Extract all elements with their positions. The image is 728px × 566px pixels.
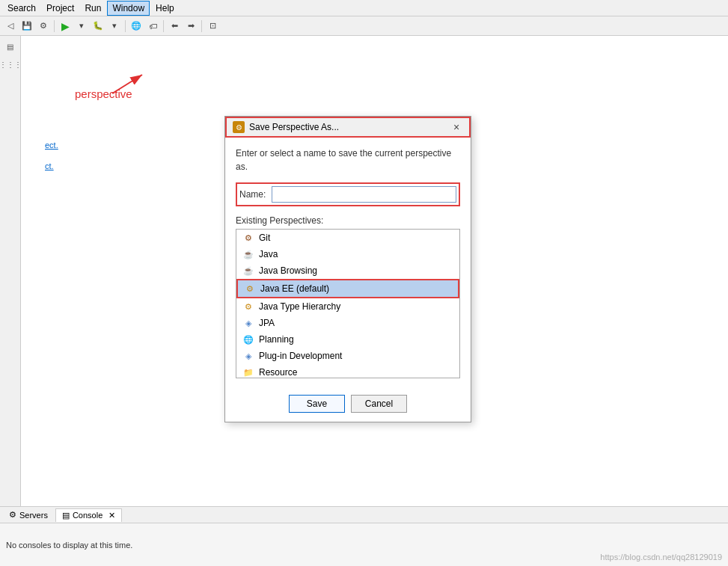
ide-background: Search Project Run Window Help ◁ 💾 ⚙ ▶ ▾… bbox=[0, 0, 728, 566]
perspectives-label: Existing Perspectives: bbox=[236, 215, 460, 226]
side-links: ect. ct. bbox=[45, 141, 58, 170]
toolbar: ◁ 💾 ⚙ ▶ ▾ 🐛 ▾ 🌐 🏷 ⬅ ➡ ⊡ bbox=[0, 16, 728, 36]
list-item-resource[interactable]: 📁Resource bbox=[236, 364, 459, 378]
list-item-label-planning: Planning bbox=[259, 334, 294, 345]
toolbar-nav1[interactable]: ⬅ bbox=[167, 19, 182, 34]
list-item-java[interactable]: ☕Java bbox=[236, 246, 459, 262]
list-item-label-jpa: JPA bbox=[259, 318, 275, 328]
tab-console[interactable]: ▤ Console ✕ bbox=[55, 508, 122, 522]
menu-window[interactable]: Window bbox=[107, 1, 150, 16]
servers-label: Servers bbox=[19, 511, 48, 520]
toolbar-sep3 bbox=[163, 20, 164, 32]
tab-servers[interactable]: ⚙ Servers bbox=[3, 508, 54, 521]
dialog-title: Save Perspective As... bbox=[249, 122, 339, 132]
list-item-icon-java-browsing: ☕ bbox=[242, 265, 254, 277]
save-perspective-dialog: ⚙ Save Perspective As... × Enter or sele… bbox=[224, 116, 471, 422]
toolbar-tag[interactable]: 🏷 bbox=[145, 19, 160, 34]
dialog-description: Enter or select a name to save the curre… bbox=[236, 147, 460, 173]
menu-bar: Search Project Run Window Help bbox=[0, 0, 728, 16]
list-item-label-plugin-dev: Plug-in Development bbox=[259, 351, 342, 361]
toolbar-sep1 bbox=[54, 20, 55, 32]
list-item-label-java-browsing: Java Browsing bbox=[259, 265, 317, 276]
toolbar-back[interactable]: ◁ bbox=[3, 19, 18, 34]
list-item-label-git: Git bbox=[259, 233, 270, 243]
dialog-title-left: ⚙ Save Perspective As... bbox=[233, 121, 339, 133]
list-item-icon-plugin-dev: ◈ bbox=[242, 350, 254, 362]
dialog-buttons: Save Cancel bbox=[225, 387, 471, 422]
list-item-label-java-ee: Java EE (default) bbox=[260, 283, 329, 294]
menu-search[interactable]: Search bbox=[3, 1, 40, 15]
list-item-label-java-type-hierarchy: Java Type Hierarchy bbox=[259, 301, 340, 312]
perspectives-list-container[interactable]: ⚙Git☕Java☕Java Browsing⚙Java EE (default… bbox=[236, 229, 460, 378]
list-item-java-ee[interactable]: ⚙Java EE (default) bbox=[236, 279, 459, 298]
dialog-titlebar: ⚙ Save Perspective As... × bbox=[225, 117, 471, 138]
toolbar-save[interactable]: 💾 bbox=[19, 19, 34, 34]
dialog-icon: ⚙ bbox=[233, 121, 245, 133]
side-panel: ▤ ⋮⋮⋮ bbox=[0, 36, 21, 506]
save-button[interactable]: Save bbox=[289, 395, 345, 413]
cancel-button[interactable]: Cancel bbox=[351, 395, 407, 413]
list-item-label-resource: Resource bbox=[259, 367, 297, 378]
menu-help[interactable]: Help bbox=[151, 1, 179, 15]
side-link-2[interactable]: ct. bbox=[45, 162, 58, 170]
perspectives-list: ⚙Git☕Java☕Java Browsing⚙Java EE (default… bbox=[236, 230, 459, 378]
list-item-plugin-dev[interactable]: ◈Plug-in Development bbox=[236, 348, 459, 364]
list-item-icon-planning: 🌐 bbox=[242, 333, 254, 345]
toolbar-run-dropdown[interactable]: ▾ bbox=[74, 19, 89, 34]
toolbar-settings[interactable]: ⚙ bbox=[36, 19, 51, 34]
bottom-tabs: ⚙ Servers ▤ Console ✕ bbox=[0, 507, 728, 523]
console-icon: ▤ bbox=[62, 511, 70, 520]
toolbar-run[interactable]: ▶ bbox=[58, 19, 73, 34]
list-item-icon-java-ee: ⚙ bbox=[244, 283, 256, 295]
servers-icon: ⚙ bbox=[9, 510, 16, 520]
side-btn-1[interactable]: ▤ bbox=[3, 39, 18, 54]
console-message: No consoles to display at this time. bbox=[6, 541, 132, 550]
list-item-java-type-hierarchy[interactable]: ⚙Java Type Hierarchy bbox=[236, 298, 459, 315]
menu-project[interactable]: Project bbox=[42, 1, 79, 15]
name-input[interactable] bbox=[272, 186, 456, 203]
name-label: Name: bbox=[239, 189, 266, 200]
list-item-icon-git: ⚙ bbox=[242, 232, 254, 244]
name-row: Name: bbox=[236, 182, 460, 206]
list-item-git[interactable]: ⚙Git bbox=[236, 230, 459, 246]
console-close-icon[interactable]: ✕ bbox=[108, 511, 115, 520]
list-item-label-java: Java bbox=[259, 249, 278, 259]
list-item-icon-jpa: ◈ bbox=[242, 317, 254, 329]
dialog-body: Enter or select a name to save the curre… bbox=[225, 138, 471, 387]
list-item-icon-resource: 📁 bbox=[242, 366, 254, 378]
side-btn-2[interactable]: ⋮⋮⋮ bbox=[3, 57, 18, 72]
menu-run[interactable]: Run bbox=[80, 1, 105, 15]
list-item-planning[interactable]: 🌐Planning bbox=[236, 331, 459, 348]
list-item-icon-java-type-hierarchy: ⚙ bbox=[242, 301, 254, 313]
toolbar-window[interactable]: ⊡ bbox=[205, 19, 220, 34]
list-item-jpa[interactable]: ◈JPA bbox=[236, 315, 459, 331]
console-label: Console bbox=[73, 511, 103, 520]
toolbar-sep2 bbox=[125, 20, 126, 32]
toolbar-globe[interactable]: 🌐 bbox=[129, 19, 144, 34]
toolbar-nav2[interactable]: ➡ bbox=[183, 19, 198, 34]
toolbar-debug[interactable]: 🐛 bbox=[91, 19, 105, 34]
list-item-java-browsing[interactable]: ☕Java Browsing bbox=[236, 262, 459, 279]
dialog-close-button[interactable]: × bbox=[450, 120, 463, 134]
toolbar-debug-dropdown[interactable]: ▾ bbox=[107, 19, 122, 34]
side-link-1[interactable]: ect. bbox=[45, 141, 58, 150]
watermark: https://blog.csdn.net/qq28129019 bbox=[600, 553, 722, 562]
list-item-icon-java: ☕ bbox=[242, 248, 254, 260]
toolbar-sep4 bbox=[201, 20, 202, 32]
